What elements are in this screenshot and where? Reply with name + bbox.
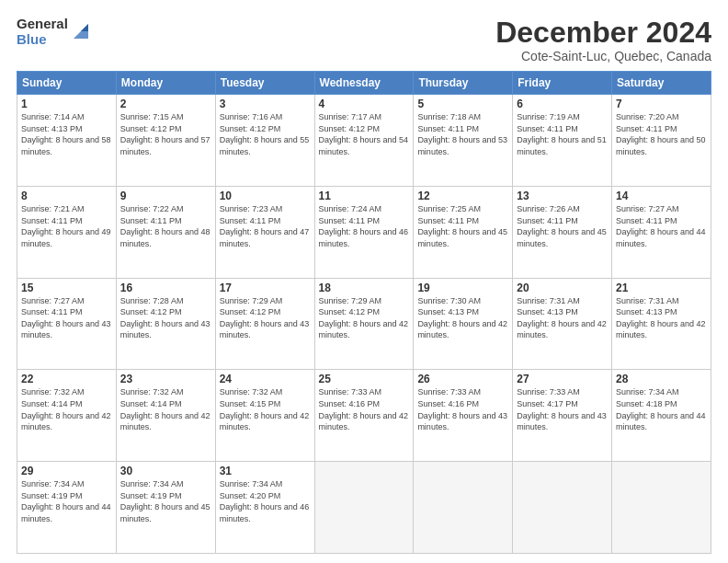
day-info: Sunrise: 7:31 AMSunset: 4:13 PMDaylight:… bbox=[616, 296, 706, 340]
calendar-day-cell: 16 Sunrise: 7:28 AMSunset: 4:12 PMDaylig… bbox=[116, 278, 215, 370]
calendar-day-cell: 21 Sunrise: 7:31 AMSunset: 4:13 PMDaylig… bbox=[612, 278, 711, 370]
day-number: 29 bbox=[21, 465, 112, 477]
day-number: 8 bbox=[21, 190, 112, 202]
day-number: 25 bbox=[319, 373, 410, 385]
day-info: Sunrise: 7:19 AMSunset: 4:11 PMDaylight:… bbox=[517, 112, 607, 156]
calendar-day-cell: 1 Sunrise: 7:14 AMSunset: 4:13 PMDayligh… bbox=[17, 95, 117, 187]
day-info: Sunrise: 7:17 AMSunset: 4:12 PMDaylight:… bbox=[319, 112, 409, 156]
day-number: 16 bbox=[120, 282, 211, 294]
day-info: Sunrise: 7:28 AMSunset: 4:12 PMDaylight:… bbox=[120, 296, 210, 340]
calendar-day-cell bbox=[612, 462, 711, 554]
calendar-day-cell: 24 Sunrise: 7:32 AMSunset: 4:15 PMDaylig… bbox=[215, 370, 314, 462]
day-info: Sunrise: 7:34 AMSunset: 4:20 PMDaylight:… bbox=[220, 479, 310, 523]
calendar-day-cell: 15 Sunrise: 7:27 AMSunset: 4:11 PMDaylig… bbox=[17, 278, 117, 370]
day-number: 19 bbox=[417, 282, 508, 294]
calendar-day-cell bbox=[414, 462, 513, 554]
day-number: 9 bbox=[120, 190, 211, 202]
day-info: Sunrise: 7:32 AMSunset: 4:14 PMDaylight:… bbox=[120, 387, 210, 431]
day-info: Sunrise: 7:24 AMSunset: 4:11 PMDaylight:… bbox=[319, 204, 409, 248]
calendar-table: Sunday Monday Tuesday Wednesday Thursday… bbox=[17, 71, 711, 554]
day-number: 1 bbox=[21, 98, 112, 110]
calendar-day-cell: 4 Sunrise: 7:17 AMSunset: 4:12 PMDayligh… bbox=[314, 95, 414, 187]
day-info: Sunrise: 7:32 AMSunset: 4:15 PMDaylight:… bbox=[220, 387, 310, 431]
day-number: 27 bbox=[517, 373, 608, 385]
logo: General Blue bbox=[17, 17, 92, 47]
calendar-day-cell: 22 Sunrise: 7:32 AMSunset: 4:14 PMDaylig… bbox=[17, 370, 117, 462]
page: General Blue December 2024 Cote-Saint-Lu… bbox=[0, 0, 728, 563]
calendar-day-cell: 9 Sunrise: 7:22 AMSunset: 4:11 PMDayligh… bbox=[116, 186, 215, 278]
day-info: Sunrise: 7:33 AMSunset: 4:16 PMDaylight:… bbox=[319, 387, 409, 431]
day-info: Sunrise: 7:33 AMSunset: 4:17 PMDaylight:… bbox=[517, 387, 607, 431]
day-number: 13 bbox=[517, 190, 608, 202]
logo-arrow-icon bbox=[72, 22, 92, 42]
day-number: 10 bbox=[220, 190, 311, 202]
calendar-day-cell: 10 Sunrise: 7:23 AMSunset: 4:11 PMDaylig… bbox=[215, 186, 314, 278]
col-sunday: Sunday bbox=[17, 72, 117, 95]
calendar-day-cell: 29 Sunrise: 7:34 AMSunset: 4:19 PMDaylig… bbox=[17, 462, 117, 554]
calendar-week-row: 29 Sunrise: 7:34 AMSunset: 4:19 PMDaylig… bbox=[17, 462, 711, 554]
calendar-day-cell: 23 Sunrise: 7:32 AMSunset: 4:14 PMDaylig… bbox=[116, 370, 215, 462]
day-number: 17 bbox=[220, 282, 311, 294]
calendar-day-cell: 31 Sunrise: 7:34 AMSunset: 4:20 PMDaylig… bbox=[215, 462, 314, 554]
day-info: Sunrise: 7:34 AMSunset: 4:19 PMDaylight:… bbox=[120, 479, 210, 523]
logo-general: General bbox=[17, 17, 68, 32]
calendar-day-cell: 26 Sunrise: 7:33 AMSunset: 4:16 PMDaylig… bbox=[414, 370, 513, 462]
day-info: Sunrise: 7:33 AMSunset: 4:16 PMDaylight:… bbox=[417, 387, 507, 431]
subtitle: Cote-Saint-Luc, Quebec, Canada bbox=[495, 49, 711, 63]
day-number: 4 bbox=[319, 98, 410, 110]
col-saturday: Saturday bbox=[612, 72, 711, 95]
main-title: December 2024 bbox=[495, 17, 711, 49]
calendar-day-cell bbox=[513, 462, 612, 554]
calendar-header-row: Sunday Monday Tuesday Wednesday Thursday… bbox=[17, 72, 711, 95]
calendar-day-cell: 27 Sunrise: 7:33 AMSunset: 4:17 PMDaylig… bbox=[513, 370, 612, 462]
calendar-day-cell: 8 Sunrise: 7:21 AMSunset: 4:11 PMDayligh… bbox=[17, 186, 117, 278]
col-tuesday: Tuesday bbox=[215, 72, 314, 95]
calendar-day-cell: 20 Sunrise: 7:31 AMSunset: 4:13 PMDaylig… bbox=[513, 278, 612, 370]
day-info: Sunrise: 7:29 AMSunset: 4:12 PMDaylight:… bbox=[319, 296, 409, 340]
day-info: Sunrise: 7:23 AMSunset: 4:11 PMDaylight:… bbox=[220, 204, 310, 248]
calendar-day-cell: 3 Sunrise: 7:16 AMSunset: 4:12 PMDayligh… bbox=[215, 95, 314, 187]
day-info: Sunrise: 7:18 AMSunset: 4:11 PMDaylight:… bbox=[417, 112, 507, 156]
day-number: 23 bbox=[120, 373, 211, 385]
calendar-day-cell: 11 Sunrise: 7:24 AMSunset: 4:11 PMDaylig… bbox=[314, 186, 414, 278]
day-number: 26 bbox=[417, 373, 508, 385]
day-number: 31 bbox=[220, 465, 311, 477]
day-number: 30 bbox=[120, 465, 211, 477]
day-info: Sunrise: 7:16 AMSunset: 4:12 PMDaylight:… bbox=[220, 112, 310, 156]
calendar-day-cell: 13 Sunrise: 7:26 AMSunset: 4:11 PMDaylig… bbox=[513, 186, 612, 278]
day-info: Sunrise: 7:34 AMSunset: 4:19 PMDaylight:… bbox=[21, 479, 111, 523]
day-info: Sunrise: 7:20 AMSunset: 4:11 PMDaylight:… bbox=[616, 112, 706, 156]
day-number: 6 bbox=[517, 98, 608, 110]
day-info: Sunrise: 7:14 AMSunset: 4:13 PMDaylight:… bbox=[21, 112, 111, 156]
calendar-day-cell: 7 Sunrise: 7:20 AMSunset: 4:11 PMDayligh… bbox=[612, 95, 711, 187]
day-number: 11 bbox=[319, 190, 410, 202]
logo-blue: Blue bbox=[17, 32, 47, 48]
day-number: 21 bbox=[616, 282, 707, 294]
calendar-day-cell: 12 Sunrise: 7:25 AMSunset: 4:11 PMDaylig… bbox=[414, 186, 513, 278]
calendar-week-row: 1 Sunrise: 7:14 AMSunset: 4:13 PMDayligh… bbox=[17, 95, 711, 187]
calendar-day-cell: 19 Sunrise: 7:30 AMSunset: 4:13 PMDaylig… bbox=[414, 278, 513, 370]
day-info: Sunrise: 7:26 AMSunset: 4:11 PMDaylight:… bbox=[517, 204, 607, 248]
calendar-day-cell bbox=[314, 462, 414, 554]
day-number: 2 bbox=[120, 98, 211, 110]
day-info: Sunrise: 7:22 AMSunset: 4:11 PMDaylight:… bbox=[120, 204, 210, 248]
calendar-day-cell: 14 Sunrise: 7:27 AMSunset: 4:11 PMDaylig… bbox=[612, 186, 711, 278]
day-number: 7 bbox=[616, 98, 707, 110]
calendar-week-row: 15 Sunrise: 7:27 AMSunset: 4:11 PMDaylig… bbox=[17, 278, 711, 370]
day-info: Sunrise: 7:21 AMSunset: 4:11 PMDaylight:… bbox=[21, 204, 111, 248]
day-number: 20 bbox=[517, 282, 608, 294]
calendar-week-row: 22 Sunrise: 7:32 AMSunset: 4:14 PMDaylig… bbox=[17, 370, 711, 462]
day-number: 3 bbox=[220, 98, 311, 110]
day-number: 12 bbox=[417, 190, 508, 202]
day-info: Sunrise: 7:32 AMSunset: 4:14 PMDaylight:… bbox=[21, 387, 111, 431]
calendar-day-cell: 5 Sunrise: 7:18 AMSunset: 4:11 PMDayligh… bbox=[414, 95, 513, 187]
day-info: Sunrise: 7:31 AMSunset: 4:13 PMDaylight:… bbox=[517, 296, 607, 340]
day-info: Sunrise: 7:29 AMSunset: 4:12 PMDaylight:… bbox=[220, 296, 310, 340]
calendar-day-cell: 18 Sunrise: 7:29 AMSunset: 4:12 PMDaylig… bbox=[314, 278, 414, 370]
day-number: 5 bbox=[417, 98, 508, 110]
day-number: 24 bbox=[220, 373, 311, 385]
day-number: 28 bbox=[616, 373, 707, 385]
day-info: Sunrise: 7:34 AMSunset: 4:18 PMDaylight:… bbox=[616, 387, 706, 431]
day-info: Sunrise: 7:15 AMSunset: 4:12 PMDaylight:… bbox=[120, 112, 210, 156]
title-block: December 2024 Cote-Saint-Luc, Quebec, Ca… bbox=[495, 17, 711, 63]
